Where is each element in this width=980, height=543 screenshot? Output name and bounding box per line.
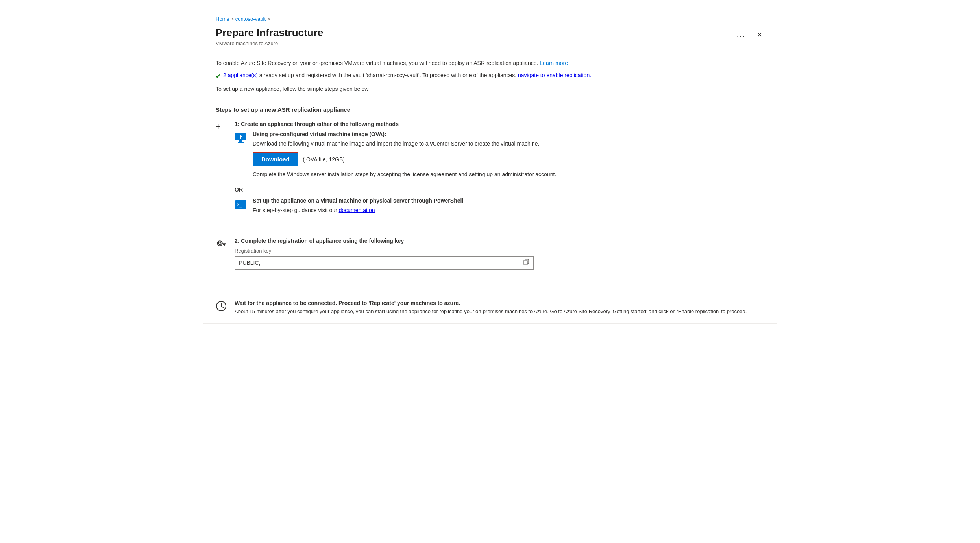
breadcrumb: Home > contoso-vault > [216, 16, 764, 22]
svg-rect-12 [524, 260, 527, 265]
panel-title-actions: ... × [734, 27, 764, 40]
wait-section: Wait for the appliance to be connected. … [203, 292, 777, 323]
clock-icon [216, 301, 228, 313]
reg-key-input[interactable] [235, 257, 519, 269]
powershell-description: For step-by-step guidance visit our docu… [253, 206, 764, 214]
ova-description: Download the following virtual machine i… [253, 140, 764, 148]
wait-description: About 15 minutes after you configure you… [235, 308, 764, 316]
svg-point-6 [217, 241, 222, 246]
page-subtitle: VMware machines to Azure [216, 41, 734, 46]
intro-line1: To enable Azure Site Recovery on your on… [216, 59, 764, 67]
install-note: Complete the Windows server installation… [253, 170, 764, 179]
learn-more-link[interactable]: Learn more [540, 60, 568, 66]
svg-rect-2 [238, 142, 244, 143]
steps-section-title: Steps to set up a new ASR replication ap… [216, 106, 764, 113]
powershell-method-content: Set up the appliance on a virtual machin… [253, 198, 764, 218]
svg-rect-9 [224, 244, 225, 246]
or-label: OR [235, 187, 764, 193]
step-2-key-icon [216, 238, 228, 251]
svg-rect-10 [223, 244, 224, 246]
ova-method-row: Using pre-configured virtual machine ima… [235, 131, 764, 183]
documentation-link[interactable]: documentation [339, 207, 375, 213]
download-note: (.OVA file, 12GB) [303, 156, 345, 163]
divider-1 [216, 100, 764, 100]
appliance-count-link[interactable]: 2 appliance(s) [223, 72, 258, 78]
new-appliance-text: To set up a new appliance, follow the si… [216, 85, 764, 93]
wait-heading: Wait for the appliance to be connected. … [235, 300, 764, 306]
appliance-success-row: ✔ 2 appliance(s) already set up and regi… [216, 71, 764, 81]
appliance-success-text: 2 appliance(s) already set up and regist… [223, 71, 591, 79]
svg-rect-8 [222, 243, 226, 244]
reg-key-label: Registration key [235, 248, 764, 254]
breadcrumb-vault[interactable]: contoso-vault [235, 16, 266, 22]
check-icon: ✔ [216, 72, 221, 81]
step-2: 2: Complete the registration of applianc… [216, 238, 764, 270]
prepare-infrastructure-panel: Home > contoso-vault > Prepare Infrastru… [203, 8, 777, 324]
powershell-method-icon: >_ [235, 198, 249, 212]
panel-header: Home > contoso-vault > Prepare Infrastru… [203, 8, 777, 53]
ellipsis-button[interactable]: ... [734, 29, 749, 40]
divider-2 [216, 231, 764, 231]
close-button[interactable]: × [755, 30, 764, 39]
ova-method-icon [235, 132, 249, 146]
copy-key-button[interactable] [519, 257, 533, 269]
ova-method-content: Using pre-configured virtual machine ima… [253, 131, 764, 183]
wait-content: Wait for the appliance to be connected. … [235, 300, 764, 316]
page-title: Prepare Infrastructure [216, 27, 734, 39]
panel-title-row: Prepare Infrastructure VMware machines t… [216, 27, 764, 46]
svg-line-15 [221, 306, 224, 308]
step-2-content: 2: Complete the registration of applianc… [235, 238, 764, 270]
step-2-heading: 2: Complete the registration of applianc… [235, 238, 764, 244]
svg-text:>_: >_ [237, 202, 242, 208]
step-1-heading: 1: Create an appliance through either of… [235, 121, 764, 127]
step-1-content: 1: Create an appliance through either of… [235, 121, 764, 222]
panel-body: To enable Azure Site Recovery on your on… [203, 53, 777, 292]
download-button[interactable]: Download [253, 152, 298, 166]
breadcrumb-home[interactable]: Home [216, 16, 229, 22]
svg-rect-1 [239, 140, 242, 142]
ova-method-title: Using pre-configured virtual machine ima… [253, 131, 764, 137]
step-1-plus-icon: + [216, 122, 228, 132]
step-1: + 1: Create an appliance through either … [216, 121, 764, 222]
powershell-method-row: >_ Set up the appliance on a virtual mac… [235, 198, 764, 218]
reg-key-row [235, 256, 534, 270]
panel-title-left: Prepare Infrastructure VMware machines t… [216, 27, 734, 46]
navigate-link[interactable]: navigate to enable replication. [518, 72, 591, 78]
breadcrumb-sep2: > [267, 17, 270, 22]
svg-point-7 [218, 242, 221, 244]
powershell-method-title: Set up the appliance on a virtual machin… [253, 198, 764, 204]
breadcrumb-sep1: > [231, 17, 234, 22]
